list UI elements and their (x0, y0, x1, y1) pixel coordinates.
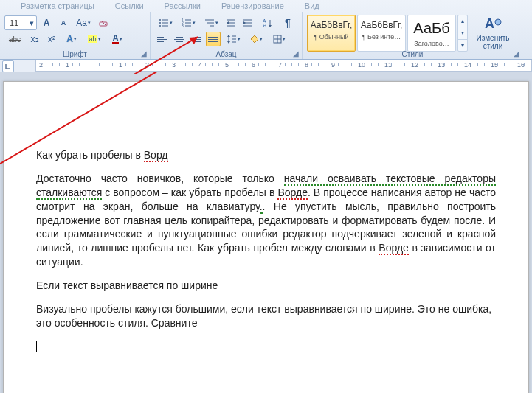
ruler-tick: 8 (305, 61, 308, 69)
tab-selector[interactable] (2, 60, 14, 72)
ruler-tick: 3 (172, 61, 176, 69)
svg-point-4 (159, 22, 161, 24)
font-dialog-launcher[interactable]: ◢ (139, 49, 148, 58)
chevron-down-icon: ▾ (120, 36, 122, 42)
chevron-down-icon: ▾ (74, 36, 77, 42)
styles-more-icon[interactable]: ▾ (458, 40, 467, 51)
numbering-button[interactable]: 123 ▾ (178, 15, 198, 30)
tab-links[interactable]: Ссылки (115, 1, 144, 10)
style-normal[interactable]: АаБбВвГг, Обычный (307, 15, 356, 52)
highlight-button[interactable]: ab▾ (84, 32, 105, 46)
svg-marker-20 (227, 21, 229, 24)
line-spacing-button[interactable]: ▾ (223, 32, 243, 46)
align-right-button[interactable] (189, 32, 204, 46)
shading-button[interactable]: ▾ (246, 32, 266, 46)
svg-marker-28 (269, 25, 272, 27)
svg-marker-24 (243, 21, 246, 24)
font-size-value: 11 (5, 18, 27, 27)
align-justify-button[interactable] (206, 32, 221, 46)
horizontal-ruler[interactable]: 211234567891011121314151617 (0, 60, 532, 72)
chevron-down-icon: ▾ (98, 36, 101, 42)
ruler-tick: 9 (331, 61, 335, 69)
svg-marker-30 (227, 35, 230, 37)
ribbon-tabs: Разметка страницы Ссылки Рассылки Реценз… (0, 0, 532, 12)
svg-point-39 (495, 19, 501, 25)
superscript-button[interactable]: x² (44, 32, 59, 46)
document-area: Как убрать пробелы в Ворд Достаточно час… (0, 72, 532, 393)
text-effects-button[interactable]: A▾ (61, 32, 82, 46)
tab-mailings[interactable]: Рассылки (165, 1, 201, 10)
multilevel-button[interactable]: ▾ (201, 15, 221, 30)
doc-cursor-line (36, 340, 496, 354)
ruler-tick: 1 (66, 61, 69, 69)
change-styles-button[interactable]: A Изменить стили (472, 15, 514, 52)
style-heading1[interactable]: АаБб Заголово… (407, 15, 456, 52)
doc-paragraph-1: Достаточно часто новичков, которые тольк… (36, 172, 496, 269)
change-case-button[interactable]: Aa▾ (73, 15, 94, 30)
ruler-tick: 6 (252, 61, 255, 69)
tab-review[interactable]: Рецензирование (221, 1, 284, 10)
svg-text:Я: Я (263, 23, 266, 27)
svg-point-2 (159, 19, 161, 21)
align-left-button[interactable] (155, 32, 170, 46)
font-color-button[interactable]: A▾ (107, 32, 128, 46)
chevron-up-icon[interactable]: ▴ (458, 15, 467, 27)
ribbon: Разметка страницы Ссылки Рассылки Реценз… (0, 0, 532, 60)
font-size-combo[interactable]: 11 ▾ (4, 15, 37, 30)
borders-button[interactable]: ▾ (269, 32, 289, 46)
bullets-button[interactable]: ▾ (155, 15, 176, 30)
chevron-down-icon: ▾ (170, 20, 173, 26)
ruler-tick: 2 (39, 61, 43, 69)
style-nospacing[interactable]: АаБбВвГг, Без инте… (357, 15, 406, 52)
svg-marker-31 (227, 41, 230, 44)
doc-paragraph-3: Визуально пробелы кажутся большими, если… (36, 302, 496, 330)
grow-font-button[interactable]: A (39, 15, 54, 30)
show-marks-button[interactable]: ¶ (280, 15, 295, 30)
align-center-button[interactable] (172, 32, 187, 46)
chevron-down-icon: ▾ (238, 36, 241, 42)
sort-button[interactable]: AЯ (258, 15, 278, 30)
chevron-down-icon: ▾ (27, 18, 36, 28)
group-styles-label: Стили ◢ (303, 50, 522, 58)
chevron-down-icon: ▾ (283, 36, 286, 42)
chevron-down-icon: ▾ (193, 20, 196, 26)
chevron-down-icon: ▾ (260, 36, 263, 42)
styles-scroll[interactable]: ▴ ▾ ▾ (457, 15, 468, 52)
subscript-button[interactable]: x₂ (27, 32, 42, 46)
chevron-down-icon: ▾ (88, 20, 91, 26)
svg-line-1 (101, 21, 106, 26)
page[interactable]: Как убрать пробелы в Ворд Достаточно час… (3, 81, 529, 393)
clear-format-button[interactable] (96, 15, 111, 30)
paragraph-dialog-launcher[interactable]: ◢ (291, 49, 300, 58)
ruler-tick: 1 (119, 61, 122, 69)
tab-view[interactable]: Вид (305, 1, 319, 10)
doc-title: Как убрать пробелы в Ворд (36, 148, 496, 162)
group-font-label: Шрифт ◢ (0, 50, 150, 58)
shrink-font-button[interactable]: A (56, 15, 71, 30)
ruler-tick: 4 (198, 61, 202, 69)
group-styles: АаБбВвГг, Обычный АаБбВвГг, Без инте… Аа… (303, 12, 522, 59)
svg-text:A: A (485, 16, 494, 31)
chevron-down-icon[interactable]: ▾ (458, 27, 467, 39)
group-paragraph-label: Абзац ◢ (151, 50, 302, 58)
change-styles-icon: A (483, 16, 503, 34)
strike-button[interactable]: abc (4, 32, 25, 46)
svg-point-6 (159, 25, 161, 27)
chevron-down-icon: ▾ (215, 20, 218, 26)
styles-dialog-launcher[interactable]: ◢ (512, 49, 521, 58)
ruler-scale: 211234567891011121314151617 (35, 60, 532, 72)
doc-paragraph-2: Если текст выравнивается по ширине (36, 279, 496, 293)
svg-text:3: 3 (182, 24, 184, 27)
ruler-tick: 7 (278, 61, 282, 69)
group-paragraph: ▾ 123 ▾ ▾ AЯ ¶ (151, 12, 303, 59)
decrease-indent-button[interactable] (224, 15, 238, 30)
text-cursor (36, 341, 37, 352)
increase-indent-button[interactable] (241, 15, 255, 30)
tab-layout[interactable]: Разметка страницы (21, 1, 94, 10)
ruler-tick: 2 (145, 61, 149, 69)
group-font: 11 ▾ A A Aa▾ abc x₂ x² A▾ ab▾ A▾ Шрифт (0, 12, 151, 59)
ruler-tick: 5 (225, 61, 229, 69)
